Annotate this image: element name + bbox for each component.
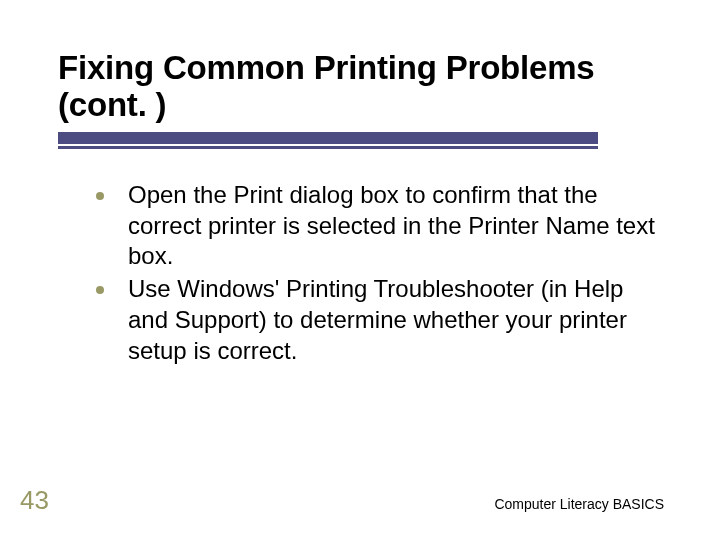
bullet-icon — [96, 192, 104, 200]
title-underline-thin — [58, 146, 598, 149]
bullet-icon — [96, 286, 104, 294]
list-item: Open the Print dialog box to confirm tha… — [96, 180, 666, 272]
bullet-text: Use Windows' Printing Troubleshooter (in… — [128, 274, 666, 366]
title-underline-thick — [58, 132, 598, 144]
slide-title: Fixing Common Printing Problems (cont. ) — [58, 50, 654, 124]
footer-text: Computer Literacy BASICS — [494, 496, 664, 512]
slide: Fixing Common Printing Problems (cont. )… — [0, 0, 720, 540]
content-area: Open the Print dialog box to confirm tha… — [96, 180, 666, 368]
list-item: Use Windows' Printing Troubleshooter (in… — [96, 274, 666, 366]
title-block: Fixing Common Printing Problems (cont. ) — [58, 50, 654, 149]
slide-number: 43 — [20, 485, 49, 516]
bullet-text: Open the Print dialog box to confirm tha… — [128, 180, 666, 272]
